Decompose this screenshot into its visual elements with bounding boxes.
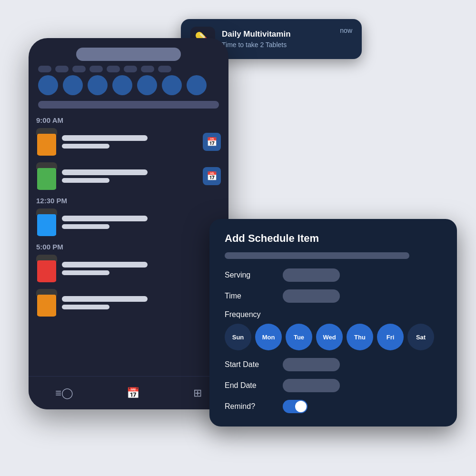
item-detail-bar (62, 270, 109, 275)
dot-small (89, 66, 103, 72)
schedule-item[interactable]: 📅 (36, 162, 221, 190)
calendar-button[interactable]: 📅 (203, 133, 221, 151)
notification-content: Daily Multivitamin Time to take 2 Tablet… (222, 30, 333, 49)
phone-dots-large (29, 75, 228, 95)
pill-bottle-green (36, 162, 57, 190)
schedule-item[interactable] (36, 255, 221, 282)
item-detail-bar (62, 178, 109, 183)
day-tue[interactable]: Tue (286, 324, 312, 350)
remind-label: Remind? (225, 402, 277, 411)
item-text (62, 296, 221, 309)
time-row: Time (225, 289, 442, 303)
end-date-row: End Date (225, 379, 442, 392)
item-name-bar (62, 296, 148, 302)
pill-bottle-orange (36, 128, 57, 156)
item-detail-bar (62, 305, 109, 309)
days-row: Sun Mon Tue Wed Thu Fri Sat (225, 324, 442, 350)
dot-large[interactable] (137, 75, 157, 95)
remind-toggle[interactable] (283, 400, 307, 413)
schedule-content: 9:00 AM 📅 📅 12:30 PM (29, 116, 228, 317)
schedule-item[interactable]: 📅 (36, 128, 221, 156)
phone-top-bar (29, 48, 228, 61)
bottom-nav: ≡◯ 📅 ⊞ (29, 376, 228, 409)
day-sat[interactable]: Sat (407, 324, 434, 350)
toggle-knob (295, 401, 307, 412)
dot-small (141, 66, 154, 72)
dot-large[interactable] (162, 75, 182, 95)
pill-bottle-blue (36, 208, 57, 236)
dot-large[interactable] (38, 75, 58, 95)
dot-large[interactable] (187, 75, 207, 95)
nav-layers-icon[interactable]: ⊞ (193, 387, 202, 399)
remind-row: Remind? (225, 400, 442, 413)
item-text (62, 262, 221, 275)
item-text (62, 216, 221, 229)
serving-row: Serving (225, 268, 442, 282)
start-date-label: Start Date (225, 360, 277, 369)
item-text (62, 169, 198, 183)
start-date-input[interactable] (283, 358, 340, 371)
dot-large[interactable] (88, 75, 108, 95)
phone-dots-row (29, 66, 228, 72)
dot-small (38, 66, 51, 72)
phone-search-bar (76, 48, 181, 61)
time-label-9am: 9:00 AM (36, 116, 221, 124)
dot-small (55, 66, 69, 72)
day-fri[interactable]: Fri (377, 324, 404, 350)
notification-time: now (340, 27, 352, 34)
dot-large[interactable] (112, 75, 132, 95)
panel-top-bar (225, 252, 409, 259)
item-detail-bar (62, 224, 109, 229)
end-date-input[interactable] (283, 379, 340, 392)
pill-bottle-red (36, 255, 57, 282)
schedule-item[interactable] (36, 208, 221, 236)
dot-small (72, 66, 86, 72)
day-sun[interactable]: Sun (225, 324, 251, 350)
item-name-bar (62, 216, 148, 221)
item-name-bar (62, 169, 148, 175)
time-label-field: Time (225, 292, 277, 300)
item-text (62, 135, 198, 149)
frequency-label: Frequency (225, 310, 442, 319)
dot-small (107, 66, 120, 72)
notification-title: Daily Multivitamin (222, 30, 333, 39)
item-name-bar (62, 262, 148, 268)
serving-input[interactable] (283, 268, 340, 282)
frequency-section: Frequency Sun Mon Tue Wed Thu Fri Sat (225, 310, 442, 350)
phone-frame: 9:00 AM 📅 📅 12:30 PM (29, 38, 228, 409)
day-mon[interactable]: Mon (255, 324, 282, 350)
add-schedule-panel: Add Schedule Item Serving Time Frequency… (209, 219, 457, 426)
time-label-1230pm: 12:30 PM (36, 197, 221, 205)
schedule-item[interactable] (36, 289, 221, 317)
dot-large[interactable] (63, 75, 83, 95)
nav-calendar-icon[interactable]: 📅 (127, 387, 139, 399)
start-date-row: Start Date (225, 358, 442, 371)
panel-title: Add Schedule Item (225, 232, 442, 245)
pill-bottle-orange2 (36, 289, 57, 317)
end-date-label: End Date (225, 381, 277, 390)
time-label-5pm: 5:00 PM (36, 243, 221, 251)
time-input[interactable] (283, 289, 340, 303)
day-thu[interactable]: Thu (347, 324, 373, 350)
dot-small (124, 66, 137, 72)
nav-list-icon[interactable]: ≡◯ (55, 387, 73, 399)
serving-label: Serving (225, 271, 277, 279)
phone-progress-bar (38, 101, 219, 109)
day-wed[interactable]: Wed (316, 324, 343, 350)
item-detail-bar (62, 144, 109, 149)
dot-small (158, 66, 171, 72)
notification-subtitle: Time to take 2 Tablets (222, 41, 333, 49)
calendar-button[interactable]: 📅 (203, 167, 221, 185)
item-name-bar (62, 135, 148, 141)
